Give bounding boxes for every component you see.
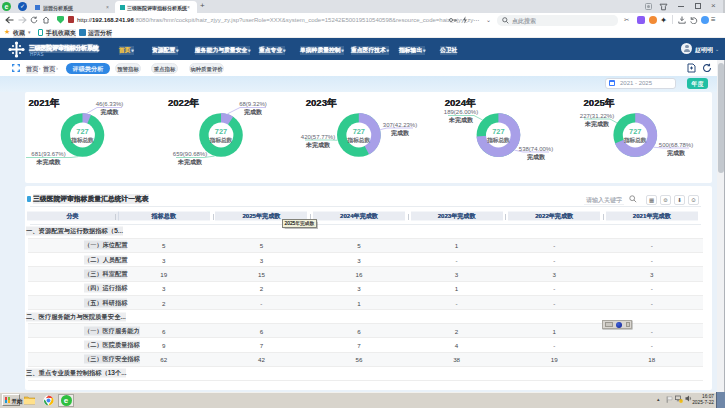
svg-text:2022年: 2022年	[168, 97, 199, 108]
svg-text:46(6.33%): 46(6.33%)	[96, 101, 124, 107]
svg-text:完成数: 完成数	[244, 108, 262, 116]
svg-text:420(57.77%): 420(57.77%)	[301, 134, 335, 140]
svg-text:未完成数: 未完成数	[177, 158, 202, 166]
svg-text:659(90.68%): 659(90.68%)	[173, 151, 207, 157]
svg-text:727: 727	[492, 127, 504, 136]
svg-text:2021年: 2021年	[29, 97, 60, 108]
svg-text:!: !	[681, 399, 682, 403]
svg-text:完成数: 完成数	[667, 149, 685, 157]
svg-text:307(42.23%): 307(42.23%)	[383, 122, 417, 128]
svg-text:500(68.78%): 500(68.78%)	[659, 142, 693, 148]
svg-text:指标总数: 指标总数	[486, 137, 510, 144]
svg-text:2025年: 2025年	[584, 97, 615, 108]
svg-text:未完成数: 未完成数	[36, 158, 61, 166]
svg-text:指标总数: 指标总数	[70, 137, 94, 144]
svg-text:227(31.22%): 227(31.22%)	[580, 113, 614, 119]
svg-text:指标总数: 指标总数	[623, 137, 647, 144]
svg-text:未完成数: 未完成数	[584, 120, 609, 128]
svg-text:189(26.00%): 189(26.00%)	[444, 109, 478, 115]
svg-text:681(93.67%): 681(93.67%)	[31, 151, 65, 157]
svg-text:完成数: 完成数	[527, 153, 545, 161]
svg-text:指标总数: 指标总数	[347, 137, 371, 144]
svg-text:2024年: 2024年	[445, 97, 476, 108]
svg-text:727: 727	[76, 127, 88, 136]
svg-text:指标总数: 指标总数	[209, 137, 233, 144]
svg-text:完成数: 完成数	[101, 108, 119, 116]
svg-text:未完成数: 未完成数	[305, 141, 330, 149]
svg-text:727: 727	[353, 127, 365, 136]
svg-text:727: 727	[629, 127, 641, 136]
svg-text:2023年: 2023年	[306, 97, 337, 108]
svg-text:68(9.32%): 68(9.32%)	[239, 101, 267, 107]
svg-text:538(74.00%): 538(74.00%)	[519, 146, 553, 152]
svg-text:未完成数: 未完成数	[448, 116, 473, 124]
svg-text:完成数: 完成数	[391, 129, 409, 137]
svg-text:727: 727	[215, 127, 227, 136]
